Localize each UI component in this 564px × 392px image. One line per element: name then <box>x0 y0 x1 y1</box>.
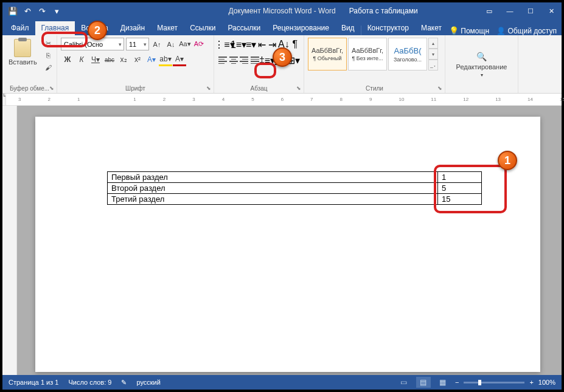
font-launcher-icon[interactable]: ⬊ <box>205 84 212 92</box>
clear-format-icon[interactable]: A⟳ <box>193 38 205 50</box>
table-row: Третий раздел 15 <box>108 194 482 205</box>
paragraph-launcher-icon[interactable]: ⬊ <box>295 84 302 92</box>
font-color-icon[interactable]: A▾ <box>173 53 186 66</box>
tab-design[interactable]: Дизайн <box>114 21 151 35</box>
document-table[interactable]: Первый раздел 1 Второй раздел 5 Третий р… <box>107 171 482 205</box>
cut-icon[interactable]: ✂ <box>43 38 54 49</box>
workspace: Первый раздел 1 Второй раздел 5 Третий р… <box>2 106 562 375</box>
styles-up-icon[interactable]: ▴ <box>428 38 438 49</box>
style-normal[interactable]: АаБбВвГг, ¶ Обычный <box>308 38 347 70</box>
styles-down-icon[interactable]: ▾ <box>428 49 438 60</box>
subscript-button[interactable]: x₂ <box>117 53 130 66</box>
decrease-indent-icon[interactable]: ⇤ <box>257 38 266 51</box>
cell-r2c2[interactable]: 5 <box>438 183 482 194</box>
document-page[interactable]: Первый раздел 1 Второй раздел 5 Третий р… <box>35 117 540 372</box>
ruler-horizontal[interactable]: ┗ 3211234567891011121314151617 <box>2 94 562 106</box>
tab-table-design[interactable]: Конструктор <box>361 21 415 35</box>
font-size-combo[interactable]: 11 <box>126 38 149 50</box>
window-title: Документ Microsoft Word - Word <box>228 7 335 15</box>
maximize-icon[interactable]: ☐ <box>520 2 541 19</box>
styles-launcher-icon[interactable]: ⬊ <box>436 84 444 92</box>
cell-r1c1[interactable]: Первый раздел <box>108 172 438 183</box>
title-bar: 💾 ↶ ↷ ▾ Документ Microsoft Word - Word Р… <box>2 2 562 19</box>
style-heading1[interactable]: АаБбВ( Заголово... <box>388 38 427 70</box>
paste-button[interactable]: Вставить <box>6 38 40 84</box>
show-marks-icon[interactable]: ¶ <box>290 38 300 51</box>
cell-r3c1[interactable]: Третий раздел <box>108 194 438 205</box>
clipboard-label: Буфер обме... <box>6 84 53 92</box>
font-name-combo[interactable]: Calibri (Осно <box>61 38 124 50</box>
callout-2: 2 <box>88 21 107 40</box>
tab-mailings[interactable]: Рассылки <box>221 21 266 35</box>
redo-icon[interactable]: ↷ <box>35 4 49 18</box>
italic-button[interactable]: К <box>75 53 88 66</box>
clipboard-launcher-icon[interactable]: ⬊ <box>48 84 55 92</box>
ribbon-tabs: Файл Главная Вставка Дизайн Макет Ссылки… <box>2 19 562 35</box>
highlight-icon[interactable]: ab▾ <box>159 53 172 66</box>
status-page[interactable]: Страница 1 из 1 <box>9 379 58 386</box>
table-row: Первый раздел 1 <box>108 172 482 183</box>
tab-table-layout[interactable]: Макет <box>415 21 448 35</box>
tell-me[interactable]: 💡 Помощн <box>449 26 489 35</box>
font-label: Шрифт <box>61 84 210 92</box>
copy-icon[interactable]: ⎘ <box>43 50 54 61</box>
grow-font-icon[interactable]: A↑ <box>151 38 163 50</box>
superscript-button[interactable]: x² <box>131 53 144 66</box>
callout-3: 3 <box>273 47 292 67</box>
zoom-value[interactable]: 100% <box>538 379 555 386</box>
bullets-icon[interactable]: ⋮≡▾ <box>218 38 231 51</box>
group-clipboard: Вставить ✂ ⎘ 🖌 Буфер обме... ⬊ <box>2 35 57 93</box>
tab-file[interactable]: Файл <box>5 21 35 35</box>
numbering-icon[interactable]: 1≡▾ <box>232 38 245 51</box>
group-editing[interactable]: 🔍 Редактирование ▾ <box>445 35 518 93</box>
callout-1: 1 <box>498 151 517 170</box>
format-painter-icon[interactable]: 🖌 <box>43 62 54 73</box>
text-effects-icon[interactable]: A▾ <box>145 53 158 66</box>
ruler-vertical[interactable] <box>2 106 17 375</box>
paste-icon <box>14 39 31 57</box>
status-language[interactable]: русский <box>136 379 160 386</box>
tab-layout[interactable]: Макет <box>151 21 184 35</box>
qat-customize-icon[interactable]: ▾ <box>50 4 63 18</box>
zoom-slider[interactable] <box>464 382 524 383</box>
underline-button[interactable]: Ч▾ <box>89 53 102 66</box>
align-right-button[interactable] <box>239 53 249 67</box>
status-proofing-icon[interactable]: ✎ <box>121 379 127 387</box>
align-justify-button[interactable] <box>250 53 260 67</box>
multilevel-icon[interactable]: ≡▾ <box>246 38 256 51</box>
group-paragraph: ⋮≡▾ 1≡▾ ≡▾ ⇤ ⇥ A↓ ¶ ‡≡▾ ◢▾ ⊞▾ <box>214 35 304 93</box>
style-no-spacing[interactable]: АаБбВвГг, ¶ Без инте... <box>348 38 387 70</box>
bold-button[interactable]: Ж <box>61 53 74 66</box>
ribbon-options-icon[interactable]: ▭ <box>479 2 500 19</box>
view-web-icon[interactable]: ▦ <box>436 377 450 388</box>
group-font: Calibri (Осно 11 A↑ A↓ Aa▾ A⟳ Ж К Ч▾ abc… <box>57 35 214 93</box>
line-spacing-icon[interactable]: ‡≡▾ <box>260 53 274 67</box>
share-button[interactable]: 👤 Общий доступ <box>496 27 557 35</box>
paragraph-label: Абзац <box>218 84 300 92</box>
styles-more-icon[interactable]: ⎯▾ <box>428 60 438 70</box>
save-icon[interactable]: 💾 <box>6 4 19 18</box>
status-words[interactable]: Число слов: 9 <box>68 379 111 386</box>
align-left-button[interactable] <box>218 53 228 67</box>
cell-r3c2[interactable]: 15 <box>438 194 482 205</box>
shrink-font-icon[interactable]: A↓ <box>165 38 177 50</box>
tab-home[interactable]: Главная <box>35 21 75 35</box>
editing-label: Редактирование <box>456 63 507 70</box>
align-center-button[interactable] <box>229 53 239 67</box>
tab-review[interactable]: Рецензирование <box>266 21 335 35</box>
table-row: Второй раздел 5 <box>108 183 482 194</box>
undo-icon[interactable]: ↶ <box>21 4 34 18</box>
tab-view[interactable]: Вид <box>335 21 361 35</box>
cell-r1c2[interactable]: 1 <box>438 172 482 183</box>
table-tools-title: Работа с таблицами <box>349 7 418 15</box>
view-read-icon[interactable]: ▭ <box>397 377 411 388</box>
tab-references[interactable]: Ссылки <box>184 21 221 35</box>
strike-button[interactable]: abc <box>103 53 116 66</box>
zoom-in-icon[interactable]: + <box>529 379 533 386</box>
view-print-icon[interactable]: ▤ <box>416 377 431 388</box>
change-case-icon[interactable]: Aa▾ <box>179 38 191 50</box>
cell-r2c1[interactable]: Второй раздел <box>108 183 438 194</box>
minimize-icon[interactable]: — <box>500 2 520 19</box>
zoom-out-icon[interactable]: − <box>455 379 459 386</box>
close-icon[interactable]: ✕ <box>541 2 562 19</box>
